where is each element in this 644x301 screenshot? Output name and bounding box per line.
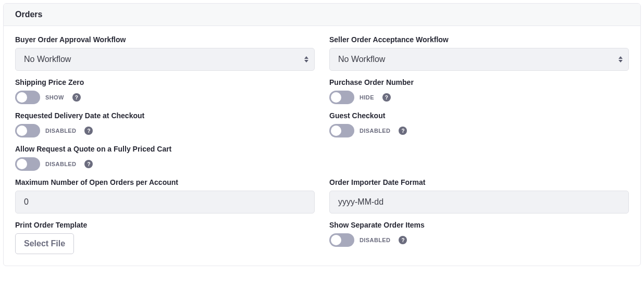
allow-quote-toggle[interactable] bbox=[15, 157, 40, 171]
help-icon[interactable]: ? bbox=[72, 93, 81, 102]
max-open-orders-value: 0 bbox=[24, 197, 29, 207]
seller-workflow-value: No Workflow bbox=[338, 55, 385, 64]
guest-checkout-state: DISABLED bbox=[360, 128, 390, 134]
buyer-workflow-label: Buyer Order Approval Workflow bbox=[15, 35, 315, 44]
select-file-button[interactable]: Select File bbox=[15, 233, 74, 254]
purchase-order-number-label: Purchase Order Number bbox=[329, 78, 629, 86]
help-icon[interactable]: ? bbox=[84, 160, 93, 168]
orders-panel: Orders Buyer Order Approval Workflow No … bbox=[3, 3, 641, 266]
allow-quote-state: DISABLED bbox=[45, 161, 76, 167]
shipping-price-zero-label: Shipping Price Zero bbox=[15, 78, 315, 86]
separate-order-items-toggle[interactable] bbox=[329, 233, 354, 247]
seller-workflow-label: Seller Order Acceptance Workflow bbox=[329, 35, 629, 44]
separate-order-items-label: Show Separate Order Items bbox=[329, 221, 629, 229]
select-file-button-label: Select File bbox=[24, 239, 65, 248]
help-icon[interactable]: ? bbox=[382, 93, 391, 102]
buyer-workflow-select[interactable]: No Workflow bbox=[15, 48, 315, 71]
max-open-orders-label: Maximum Number of Open Orders per Accoun… bbox=[15, 178, 315, 186]
purchase-order-number-toggle[interactable] bbox=[329, 91, 354, 104]
print-template-label: Print Order Template bbox=[15, 221, 315, 229]
requested-delivery-date-label: Requested Delivery Date at Checkout bbox=[15, 111, 315, 120]
panel-title: Orders bbox=[15, 10, 629, 19]
guest-checkout-toggle[interactable] bbox=[329, 124, 354, 137]
shipping-price-zero-toggle[interactable] bbox=[15, 91, 40, 104]
buyer-workflow-value: No Workflow bbox=[24, 55, 71, 64]
purchase-order-number-state: HIDE bbox=[360, 94, 374, 101]
allow-quote-label: Allow Request a Quote on a Fully Priced … bbox=[15, 145, 315, 153]
max-open-orders-input[interactable]: 0 bbox=[15, 191, 315, 214]
seller-workflow-select[interactable]: No Workflow bbox=[329, 48, 629, 71]
separate-order-items-state: DISABLED bbox=[360, 237, 390, 243]
help-icon[interactable]: ? bbox=[399, 127, 407, 135]
panel-header: Orders bbox=[4, 4, 640, 26]
requested-delivery-date-state: DISABLED bbox=[45, 128, 76, 134]
requested-delivery-date-toggle[interactable] bbox=[15, 124, 40, 137]
importer-date-format-input[interactable]: yyyy-MM-dd bbox=[329, 191, 629, 214]
help-icon[interactable]: ? bbox=[84, 127, 93, 135]
importer-date-format-label: Order Importer Date Format bbox=[329, 178, 629, 186]
importer-date-format-value: yyyy-MM-dd bbox=[338, 197, 383, 207]
shipping-price-zero-state: SHOW bbox=[45, 94, 64, 101]
help-icon[interactable]: ? bbox=[399, 236, 407, 244]
guest-checkout-label: Guest Checkout bbox=[329, 111, 629, 120]
panel-body: Buyer Order Approval Workflow No Workflo… bbox=[4, 26, 640, 266]
